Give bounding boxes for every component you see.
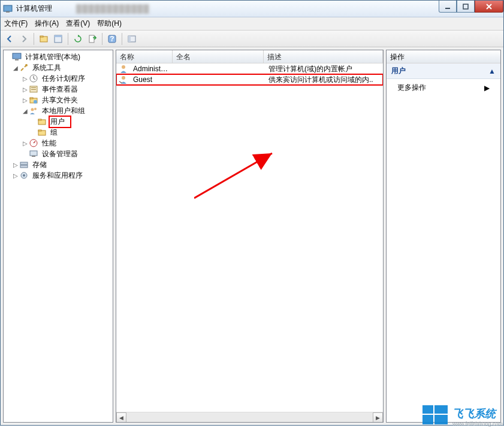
tree-local-users[interactable]: ◢ 本地用户和组: [4, 105, 113, 116]
event-icon: [29, 84, 38, 94]
user-disabled-icon: [119, 75, 128, 84]
user-icon: [119, 64, 128, 74]
tree-users[interactable]: 用户: [4, 116, 113, 127]
action-section-users[interactable]: 用户 ▲: [387, 63, 500, 79]
scroll-left-button[interactable]: ◀: [116, 412, 126, 423]
view-button[interactable]: [125, 32, 138, 45]
tree-task-scheduler[interactable]: ▷ 任务计划程序: [4, 73, 113, 84]
tree-label: 设备管理器: [42, 150, 78, 158]
refresh-button[interactable]: [71, 32, 84, 45]
tree-root[interactable]: 计算机管理(本地): [4, 51, 113, 62]
collapse-icon[interactable]: ◢: [22, 108, 29, 114]
scroll-track[interactable]: [126, 412, 373, 422]
cell-description: 供来宾访问计算机或访问域的内..: [265, 75, 383, 85]
tree-groups[interactable]: 组: [4, 127, 113, 138]
expand-icon[interactable]: ▷: [22, 97, 29, 104]
menu-file[interactable]: 文件(F): [4, 19, 28, 29]
shared-folder-icon: [29, 95, 38, 105]
svg-text:?: ?: [110, 35, 114, 43]
col-fullname[interactable]: 全名: [173, 50, 264, 63]
tree-event-viewer[interactable]: ▷ 事件查看器: [4, 84, 113, 95]
up-button[interactable]: [37, 32, 50, 45]
tree-label: 性能: [42, 139, 56, 147]
collapse-icon[interactable]: ▲: [488, 67, 496, 75]
expand-icon[interactable]: ▷: [22, 140, 29, 147]
svg-rect-3: [463, 4, 468, 9]
list-row-administrator[interactable]: Administrat... 管理计算机(域)的内置帐户: [116, 63, 383, 74]
annotation-arrow-icon: [194, 150, 290, 204]
back-button[interactable]: [3, 32, 16, 45]
tree-label: 服务和应用程序: [32, 171, 83, 180]
collapse-icon[interactable]: ◢: [12, 65, 19, 71]
svg-rect-12: [128, 36, 131, 42]
menu-help[interactable]: 帮助(H): [97, 19, 122, 29]
svg-rect-19: [31, 89, 36, 90]
svg-point-24: [34, 108, 37, 110]
toolbar: ?: [1, 31, 503, 47]
svg-point-23: [31, 108, 34, 111]
properties-button[interactable]: [52, 32, 65, 45]
tree-shared-folders[interactable]: ▷ 共享文件夹: [4, 95, 113, 105]
tree-label: 计算机管理(本地): [25, 53, 80, 61]
list-row-guest[interactable]: Guest 供来宾访问计算机或访问域的内..: [116, 74, 383, 85]
action-pane: 操作 用户 ▲ 更多操作 ▶: [386, 50, 501, 423]
svg-rect-8: [89, 35, 94, 43]
chevron-right-icon: ▶: [484, 84, 490, 92]
menu-view[interactable]: 查看(V): [66, 19, 90, 29]
window-title: 计算机管理: [16, 4, 52, 14]
svg-rect-30: [30, 151, 37, 156]
tree-system-tools[interactable]: ◢ 系统工具: [4, 62, 113, 73]
action-header: 操作: [387, 50, 500, 63]
svg-rect-2: [445, 8, 450, 9]
expand-icon[interactable]: ▷: [12, 162, 19, 168]
titlebar[interactable]: 计算机管理 ████████████: [1, 1, 503, 17]
svg-rect-5: [40, 36, 43, 37]
export-button[interactable]: [86, 32, 99, 45]
action-more[interactable]: 更多操作 ▶: [387, 79, 500, 96]
tree-services[interactable]: ▷ 服务和应用程序: [4, 170, 113, 181]
client-area: 计算机管理(本地) ◢ 系统工具 ▷ 任务计划程序 ▷ 事件查看器: [1, 47, 503, 425]
close-button[interactable]: [475, 1, 503, 13]
horizontal-scrollbar[interactable]: ◀ ▶: [116, 412, 383, 422]
svg-rect-1: [6, 11, 10, 13]
cell-name: Administrat...: [129, 65, 174, 73]
toolbar-separator: [68, 33, 68, 45]
tree-label: 用户: [50, 117, 65, 126]
col-name[interactable]: 名称: [116, 50, 173, 63]
expand-icon[interactable]: ▷: [22, 86, 29, 93]
app-icon: [3, 4, 13, 14]
tree-performance[interactable]: ▷ 性能: [4, 138, 113, 148]
tree-storage[interactable]: ▷ 存储: [4, 159, 113, 170]
maximize-button[interactable]: [457, 1, 475, 13]
forward-button[interactable]: [17, 32, 31, 45]
cell-description: 管理计算机(域)的内置帐户: [265, 64, 383, 74]
window-buttons: [439, 1, 503, 13]
scroll-right-button[interactable]: ▶: [373, 412, 383, 423]
menu-action[interactable]: 操作(A): [35, 19, 59, 29]
help-button[interactable]: ?: [105, 32, 119, 45]
tree-device-manager[interactable]: 设备管理器: [4, 148, 113, 159]
svg-rect-13: [13, 53, 21, 59]
svg-rect-33: [20, 165, 28, 168]
svg-rect-7: [55, 35, 62, 37]
list-body[interactable]: Administrat... 管理计算机(域)的内置帐户 Guest 供来宾访问…: [116, 63, 383, 412]
folder-icon: [37, 128, 47, 137]
clock-icon: [29, 74, 38, 83]
minimize-button[interactable]: [439, 1, 457, 13]
window: 计算机管理 ████████████ 文件(F) 操作(A) 查看(V) 帮助(…: [0, 0, 504, 426]
toolbar-separator: [102, 33, 102, 45]
users-icon: [29, 106, 38, 116]
svg-point-35: [23, 174, 25, 177]
tree-pane[interactable]: 计算机管理(本地) ◢ 系统工具 ▷ 任务计划程序 ▷ 事件查看器: [3, 50, 113, 423]
tools-icon: [19, 63, 29, 72]
svg-rect-26: [38, 119, 41, 120]
col-description[interactable]: 描述: [264, 50, 383, 63]
expand-icon[interactable]: ▷: [22, 75, 29, 82]
tree-label: 事件查看器: [42, 85, 78, 93]
tree-label: 系统工具: [32, 63, 61, 72]
svg-rect-28: [38, 130, 41, 131]
svg-point-37: [122, 76, 125, 80]
expand-icon[interactable]: ▷: [12, 172, 19, 179]
svg-rect-18: [31, 87, 36, 88]
action-section-label: 用户: [391, 66, 406, 76]
